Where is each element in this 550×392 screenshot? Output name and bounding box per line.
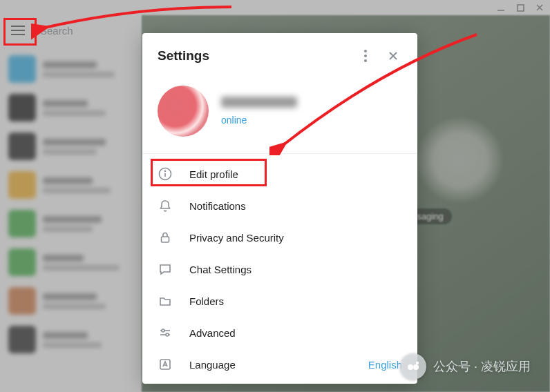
folder-icon [158,293,173,308]
more-menu-icon[interactable] [355,46,376,66]
info-icon [158,166,173,182]
menu-item-edit-profile[interactable]: Edit profile [142,158,417,190]
svg-point-14 [165,171,166,172]
profile-name [221,97,297,108]
menu-value: English [368,359,402,371]
settings-header: Settings [142,33,417,76]
language-icon [158,357,173,372]
menu-item-notifications[interactable]: Notifications [142,190,417,222]
menu-item-language[interactable]: Language English [142,349,417,380]
close-icon[interactable] [383,46,404,66]
menu-label: Edit profile [189,168,402,180]
avatar [158,86,209,137]
menu-item-folders[interactable]: Folders [142,285,417,317]
svg-point-7 [364,50,367,52]
menu-label: Privacy and Security [189,232,402,244]
svg-point-9 [364,59,367,62]
sliders-icon [158,325,173,340]
menu-label: Chat Settings [189,264,402,275]
window-controls [496,3,544,12]
profile-status: online [221,115,297,126]
watermark: 公众号 · 凌锐应用 [400,353,531,380]
watermark-text: 公众号 · 凌锐应用 [433,358,531,375]
svg-point-17 [162,329,164,332]
menu-label: Language [189,359,352,371]
app-window: Search ssaging Settings [0,0,550,392]
watermark-icon [400,353,426,380]
menu-label: Folders [189,295,402,307]
settings-title: Settings [158,48,355,63]
lock-icon [158,230,173,245]
profile-info: online [221,97,297,126]
svg-point-21 [408,364,413,370]
window-minimize[interactable] [496,3,506,12]
settings-panel: Settings online Edit profile [142,33,417,384]
svg-rect-1 [518,5,524,11]
svg-point-23 [416,362,419,364]
svg-rect-15 [162,237,169,242]
menu-item-privacy[interactable]: Privacy and Security [142,222,417,253]
profile-section[interactable]: online [142,76,417,154]
svg-point-8 [364,55,367,57]
settings-menu: Edit profile Notifications Privacy and S… [142,154,417,384]
window-maximize[interactable] [515,3,525,12]
menu-label: Advanced [189,327,402,339]
menu-item-advanced[interactable]: Advanced [142,317,417,349]
menu-label: Notifications [189,200,402,212]
menu-item-chat-settings[interactable]: Chat Settings [142,253,417,285]
chat-icon [158,262,173,277]
window-close[interactable] [535,3,544,12]
svg-point-19 [166,333,169,336]
bell-icon [158,198,173,213]
svg-point-22 [413,364,419,370]
